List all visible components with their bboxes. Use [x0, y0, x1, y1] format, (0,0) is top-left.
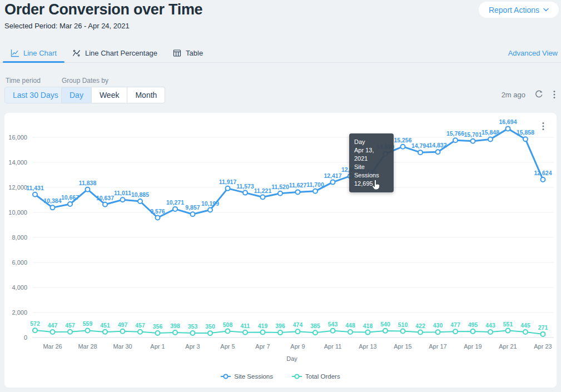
- data-point[interactable]: [86, 328, 90, 333]
- tab-label: Line Chart: [23, 49, 57, 57]
- data-point[interactable]: [261, 195, 265, 200]
- data-point[interactable]: [488, 330, 493, 334]
- data-point-label: 11,838: [79, 180, 97, 186]
- data-point[interactable]: [453, 138, 458, 142]
- data-point[interactable]: [173, 207, 177, 211]
- x-axis-tick: Apr 23: [534, 343, 552, 350]
- report-actions-button[interactable]: Report Actions: [479, 2, 559, 18]
- data-point[interactable]: [541, 177, 545, 182]
- data-point-label: 543: [328, 321, 338, 328]
- data-point[interactable]: [33, 192, 37, 197]
- data-point-label: 11,573: [236, 183, 254, 190]
- data-point[interactable]: [348, 330, 353, 334]
- data-point[interactable]: [366, 330, 370, 335]
- data-point-label: 271: [538, 324, 548, 331]
- data-point[interactable]: [418, 330, 423, 335]
- data-point-label: 497: [118, 321, 128, 328]
- data-point[interactable]: [523, 330, 528, 334]
- data-point[interactable]: [296, 329, 300, 334]
- data-point[interactable]: [313, 330, 317, 335]
- data-point[interactable]: [541, 332, 545, 336]
- data-point-label: 15,701: [464, 131, 481, 138]
- data-point[interactable]: [226, 186, 230, 191]
- data-point-label: 350: [205, 323, 215, 330]
- data-point[interactable]: [191, 212, 195, 216]
- data-point[interactable]: [138, 199, 142, 204]
- data-point[interactable]: [436, 150, 440, 154]
- data-point[interactable]: [208, 208, 212, 212]
- data-point[interactable]: [208, 331, 212, 335]
- data-point[interactable]: [471, 329, 475, 334]
- data-point-label: 445: [520, 322, 530, 329]
- data-point[interactable]: [103, 202, 107, 207]
- data-point-label: 447: [48, 322, 58, 329]
- chart-more-options-icon[interactable]: [541, 121, 545, 132]
- data-point[interactable]: [418, 150, 423, 155]
- legend-site-sessions[interactable]: Site Sessions: [221, 373, 273, 380]
- data-point[interactable]: [68, 202, 72, 206]
- tooltip-dimension: Day: [354, 138, 389, 146]
- data-point[interactable]: [103, 330, 107, 334]
- data-point-label: 385: [310, 322, 320, 329]
- data-point[interactable]: [121, 329, 125, 334]
- segment-week[interactable]: Week: [92, 87, 128, 103]
- data-point[interactable]: [191, 331, 195, 335]
- data-point-label: 10,384: [43, 197, 61, 204]
- segment-day[interactable]: Day: [61, 87, 92, 103]
- data-point-label: 9,576: [150, 208, 165, 215]
- data-point-label: 15,256: [394, 137, 411, 143]
- data-point[interactable]: [278, 330, 282, 335]
- data-point[interactable]: [156, 331, 160, 335]
- data-point-label: 16,694: [499, 118, 517, 125]
- tab-line-chart-percentage[interactable]: Line Chart Percentage: [64, 44, 165, 62]
- time-period-button[interactable]: Last 30 Days: [4, 87, 67, 103]
- data-point[interactable]: [173, 330, 177, 335]
- data-point[interactable]: [243, 191, 247, 195]
- y-axis-tick: 12,000: [8, 184, 27, 191]
- data-point[interactable]: [243, 330, 247, 335]
- data-point[interactable]: [523, 137, 528, 141]
- segment-month[interactable]: Month: [127, 87, 165, 103]
- refresh-icon[interactable]: [533, 89, 544, 100]
- y-axis-tick: 6,000: [12, 259, 27, 266]
- data-point[interactable]: [33, 328, 37, 333]
- data-point[interactable]: [488, 137, 493, 141]
- legend-marker: [221, 373, 231, 380]
- data-point[interactable]: [401, 145, 405, 149]
- data-point[interactable]: [51, 330, 55, 334]
- data-point[interactable]: [506, 329, 510, 333]
- tab-table[interactable]: Table: [165, 44, 211, 62]
- data-point-label: 11,431: [26, 185, 44, 191]
- data-point[interactable]: [86, 187, 90, 192]
- data-point[interactable]: [383, 329, 388, 333]
- data-point[interactable]: [121, 197, 125, 202]
- data-point[interactable]: [331, 180, 335, 185]
- x-axis-tick: Apr 15: [394, 343, 411, 350]
- data-point[interactable]: [51, 205, 55, 210]
- data-point[interactable]: [278, 191, 282, 196]
- data-point[interactable]: [401, 329, 405, 334]
- data-point-label: 356: [153, 323, 163, 330]
- data-point-label: 12,417: [324, 172, 341, 179]
- page-title: Order Conversion over Time: [4, 1, 202, 18]
- data-point[interactable]: [226, 329, 230, 334]
- data-point[interactable]: [436, 330, 440, 334]
- data-point[interactable]: [138, 330, 142, 334]
- data-point[interactable]: [471, 139, 475, 143]
- advanced-view-link[interactable]: Advanced View: [508, 49, 558, 57]
- data-point[interactable]: [261, 330, 265, 335]
- data-point[interactable]: [296, 190, 300, 194]
- last-updated-text: 2m ago: [502, 91, 525, 99]
- data-point[interactable]: [313, 189, 317, 193]
- data-point-label: 540: [380, 321, 390, 328]
- data-point[interactable]: [68, 330, 72, 334]
- data-point[interactable]: [506, 126, 510, 131]
- tab-line-chart[interactable]: Line Chart: [3, 44, 64, 62]
- more-options-icon[interactable]: [552, 89, 557, 100]
- data-point-label: 15,848: [481, 129, 499, 136]
- data-point[interactable]: [453, 329, 458, 334]
- tab-label: Table: [186, 49, 203, 57]
- data-point[interactable]: [156, 216, 160, 220]
- legend-total-orders[interactable]: Total Orders: [292, 373, 340, 380]
- data-point[interactable]: [331, 329, 335, 333]
